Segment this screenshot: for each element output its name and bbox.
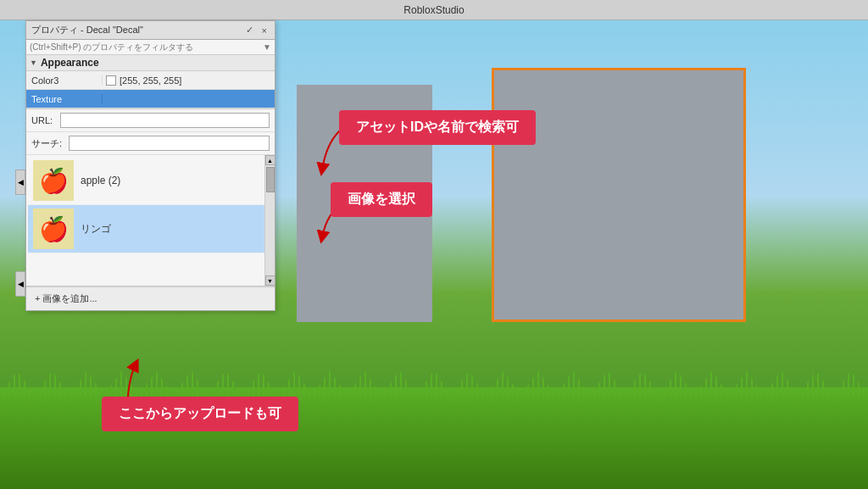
texture-label: Texture xyxy=(26,94,103,104)
filter-input[interactable] xyxy=(30,42,263,52)
section-triangle-icon: ▼ xyxy=(30,58,37,67)
search-label: サーチ: xyxy=(31,137,65,150)
url-label: URL: xyxy=(31,115,57,125)
item-thumbnail-1: 🍎 xyxy=(33,208,74,249)
items-list[interactable]: 🍎 apple (2) 🍎 リンゴ ▲ ▼ xyxy=(26,155,275,286)
search-row: サーチ: xyxy=(26,132,275,155)
color3-label: Color3 xyxy=(26,75,103,86)
scrollbar-thumb[interactable] xyxy=(266,167,275,192)
scrollbar[interactable]: ▲ ▼ xyxy=(264,155,275,286)
url-row: URL: xyxy=(26,109,275,132)
item-thumbnail-0: 🍎 xyxy=(33,160,74,201)
panel-footer: + 画像を追加... xyxy=(26,286,275,310)
properties-panel: プロパティ - Decal "Decal" ✓ × ▼ ▼ Appearance… xyxy=(25,20,275,311)
callout-upload: ここからアップロードも可 xyxy=(102,397,298,431)
callout-search-text: アセットIDや名前で検索可 xyxy=(356,119,519,134)
panel-minimize-btn[interactable]: ✓ xyxy=(243,25,256,36)
list-item[interactable]: 🍎 apple (2) xyxy=(28,157,273,205)
appearance-section-header[interactable]: ▼ Appearance xyxy=(26,55,275,71)
scrollbar-up-arrow[interactable]: ▲ xyxy=(265,155,275,165)
studio-header: RobloxStudio xyxy=(0,0,868,20)
panel-titlebar: プロパティ - Decal "Decal" ✓ × xyxy=(26,21,275,40)
scene-rectangle-right xyxy=(492,68,746,322)
item-name-1: リンゴ xyxy=(81,222,111,236)
panel-left-collapse-arrow-2[interactable]: ◀ xyxy=(15,271,25,297)
panel-left-collapse-arrow[interactable]: ◀ xyxy=(15,169,25,195)
item-name-0: apple (2) xyxy=(81,175,120,186)
texture-picker: URL: サーチ: 🍎 apple (2) 🍎 リンゴ xyxy=(26,108,275,310)
list-item-selected[interactable]: 🍎 リンゴ xyxy=(28,205,273,253)
items-list-inner: 🍎 apple (2) 🍎 リンゴ xyxy=(26,155,275,255)
color3-row: Color3 [255, 255, 255] xyxy=(26,71,275,90)
scrollbar-down-arrow[interactable]: ▼ xyxy=(265,275,275,286)
panel-filter-row: ▼ xyxy=(26,40,275,55)
url-input[interactable] xyxy=(60,113,270,128)
search-input[interactable] xyxy=(69,136,270,151)
add-image-button[interactable]: + 画像を追加... xyxy=(31,291,101,307)
callout-select: 画像を選択 xyxy=(331,182,432,217)
color3-value: [255, 255, 255] xyxy=(103,75,275,86)
appearance-label: Appearance xyxy=(41,57,99,69)
callout-search: アセットIDや名前で検索可 xyxy=(339,110,536,145)
color3-text: [255, 255, 255] xyxy=(120,75,181,86)
callout-select-text: 画像を選択 xyxy=(348,192,415,206)
color3-swatch[interactable] xyxy=(106,75,116,86)
filter-arrow: ▼ xyxy=(263,42,271,52)
callout-upload-text: ここからアップロードも可 xyxy=(119,406,281,420)
panel-title-buttons: ✓ × xyxy=(243,25,270,36)
panel-close-btn[interactable]: × xyxy=(259,25,270,36)
studio-title: RobloxStudio xyxy=(403,4,464,16)
panel-title: プロパティ - Decal "Decal" xyxy=(31,24,143,36)
texture-row[interactable]: Texture xyxy=(26,90,275,108)
